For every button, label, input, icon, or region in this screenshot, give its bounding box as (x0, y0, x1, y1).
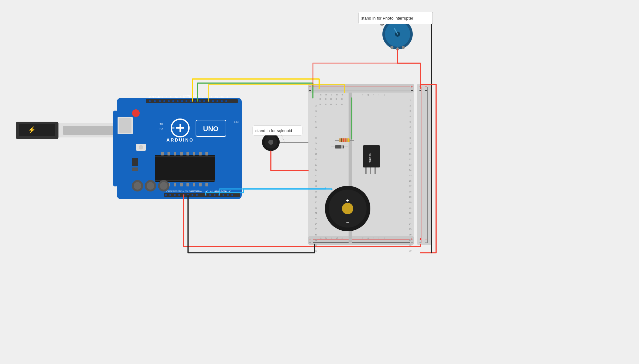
svg-rect-231 (374, 167, 376, 174)
svg-text:e: e (342, 237, 343, 240)
svg-rect-10 (155, 155, 215, 182)
svg-rect-12 (155, 180, 215, 181)
svg-text:AREF: AREF (149, 96, 155, 98)
svg-text:7: 7 (189, 96, 190, 98)
solenoid-symbol (262, 133, 280, 151)
svg-point-67 (203, 100, 205, 102)
svg-rect-15 (174, 152, 176, 155)
svg-text:−: − (425, 241, 427, 245)
svg-text:17: 17 (409, 185, 411, 187)
svg-text:20: 20 (315, 201, 317, 203)
svg-text:A0: A0 (205, 190, 208, 192)
svg-rect-263 (253, 126, 302, 135)
svg-rect-115 (132, 167, 138, 171)
svg-text:8: 8 (410, 137, 411, 139)
svg-point-70 (216, 100, 218, 102)
svg-rect-16 (180, 152, 183, 155)
right-power-rail: + − + − + − + − (417, 84, 431, 245)
svg-text:15: 15 (315, 174, 317, 177)
svg-text:16: 16 (409, 180, 411, 182)
svg-text:h: h (373, 93, 374, 96)
tip120-transistor: TIP120 (363, 145, 380, 174)
svg-rect-215 (341, 104, 343, 105)
svg-text:GND: GND (189, 190, 194, 192)
svg-text:ON: ON (234, 120, 239, 124)
svg-text:UNO: UNO (203, 125, 219, 133)
svg-text:14: 14 (315, 169, 317, 171)
svg-text:~5: ~5 (198, 96, 200, 98)
svg-rect-21 (161, 183, 164, 186)
svg-text:26: 26 (315, 234, 317, 236)
svg-rect-22 (167, 183, 170, 186)
svg-point-102 (218, 194, 220, 196)
resistor (335, 138, 354, 142)
svg-rect-240 (341, 145, 343, 149)
svg-text:−: − (346, 220, 349, 225)
svg-text:f: f (362, 93, 363, 96)
svg-text:+: + (419, 85, 421, 88)
svg-text:A1: A1 (210, 190, 213, 192)
svg-rect-236 (348, 138, 349, 142)
svg-text:j: j (384, 237, 385, 240)
svg-point-103 (222, 194, 224, 196)
svg-text:g: g (368, 93, 369, 96)
svg-rect-235 (345, 138, 346, 142)
svg-rect-118 (308, 84, 414, 245)
svg-text:f: f (362, 237, 363, 240)
svg-point-243 (325, 186, 370, 231)
svg-rect-2 (63, 126, 114, 135)
svg-text:8: 8 (315, 137, 317, 139)
svg-point-96 (187, 194, 189, 196)
svg-text:16: 16 (315, 180, 317, 182)
svg-text:⊖: ⊖ (380, 21, 384, 27)
svg-rect-23 (174, 183, 176, 186)
svg-rect-3 (16, 122, 58, 139)
svg-text:⚡: ⚡ (28, 126, 36, 134)
svg-point-92 (169, 194, 171, 196)
svg-text:19: 19 (409, 196, 411, 198)
svg-text:h: h (373, 237, 374, 240)
svg-text:−: − (309, 241, 311, 245)
svg-text:2: 2 (410, 105, 411, 107)
svg-text:g: g (368, 237, 369, 240)
svg-text:10: 10 (409, 148, 411, 150)
svg-text:5: 5 (315, 121, 317, 123)
svg-text:19: 19 (315, 196, 317, 198)
potentiometer (382, 19, 413, 51)
svg-point-257 (402, 46, 405, 49)
svg-text:3.3V: 3.3V (180, 190, 184, 192)
svg-point-66 (199, 100, 201, 102)
svg-text:5: 5 (410, 121, 411, 123)
svg-point-104 (227, 194, 229, 196)
buzzer: + − (325, 186, 370, 231)
svg-point-91 (165, 194, 167, 196)
ground-symbol-solenoid: ⊖ (289, 125, 293, 131)
svg-point-29 (171, 119, 189, 137)
svg-point-72 (225, 100, 227, 102)
svg-text:−: − (419, 241, 421, 245)
diode (331, 145, 348, 149)
svg-text:9: 9 (315, 142, 317, 144)
svg-rect-33 (196, 120, 226, 136)
svg-line-265 (280, 130, 284, 142)
svg-point-252 (385, 21, 410, 47)
svg-text:c: c (331, 93, 332, 96)
svg-text:+: + (309, 237, 311, 241)
svg-rect-207 (325, 98, 326, 100)
svg-rect-37 (146, 99, 238, 103)
svg-text:22: 22 (315, 212, 317, 214)
svg-text:~11: ~11 (169, 96, 173, 98)
svg-point-250 (268, 140, 273, 145)
svg-text:POWER: POWER (191, 190, 199, 192)
svg-rect-27 (199, 183, 202, 186)
svg-text:GND: GND (194, 190, 199, 192)
svg-point-56 (154, 100, 156, 102)
svg-point-64 (190, 100, 192, 102)
svg-text:a: a (320, 237, 322, 240)
svg-text:RX←0: RX←0 (221, 96, 228, 98)
svg-text:4: 4 (315, 115, 317, 118)
svg-rect-75 (164, 193, 240, 197)
svg-rect-195 (349, 93, 352, 243)
svg-point-94 (178, 194, 180, 196)
svg-text:A5: A5 (228, 190, 231, 192)
